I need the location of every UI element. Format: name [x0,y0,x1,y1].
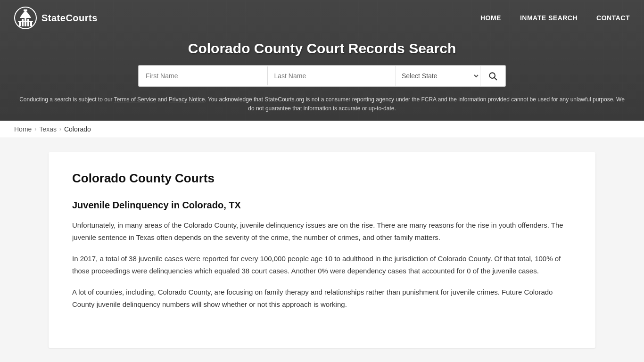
last-name-input[interactable] [268,66,396,85]
svg-rect-5 [30,22,32,26]
svg-rect-1 [19,22,21,26]
privacy-link[interactable]: Privacy Notice [169,96,205,103]
breadcrumb-sep-1: › [34,126,36,132]
state-select[interactable]: Select State Alabama Alaska Arizona Arka… [396,66,480,86]
search-icon [488,71,497,81]
svg-rect-7 [24,9,27,11]
nav-inmate-search[interactable]: INMATE SEARCH [520,14,578,22]
page-title-area: Colorado County Court Records Search [0,36,644,65]
breadcrumb-state[interactable]: Texas [39,125,57,133]
page-title: Colorado County Court Records Search [9,41,635,57]
section-title: Colorado County Courts [72,171,572,186]
nav-home[interactable]: HOME [480,14,501,22]
search-form: Select State Alabama Alaska Arizona Arka… [138,65,506,87]
content-para-3: A lot of counties, including, Colorado C… [72,286,572,310]
breadcrumb-current: Colorado [64,125,91,133]
logo-link[interactable]: StateCourts [14,7,98,29]
subsection-title: Juvenile Delinquency in Colorado, TX [72,200,572,211]
nav-links: HOME INMATE SEARCH CONTACT [480,14,630,22]
search-button[interactable] [480,66,505,85]
search-bar-area: Select State Alabama Alaska Arizona Arka… [0,65,644,91]
breadcrumb-home[interactable]: Home [14,125,32,133]
main-content-card: Colorado County Courts Juvenile Delinque… [49,152,595,348]
logo-text: StateCourts [41,13,98,24]
terms-link[interactable]: Terms of Service [114,96,156,103]
logo-icon [14,7,37,29]
svg-line-9 [495,78,497,80]
content-para-1: Unfortunately, in many areas of the Colo… [72,219,572,243]
breadcrumb-sep-2: › [59,126,61,132]
disclaimer: Conducting a search is subject to our Te… [0,91,644,121]
breadcrumb: Home › Texas › Colorado [14,125,630,133]
svg-rect-6 [18,21,33,22]
site-header: StateCourts HOME INMATE SEARCH CONTACT C… [0,0,644,121]
svg-rect-4 [27,19,29,26]
nav-contact[interactable]: CONTACT [596,14,630,22]
svg-rect-2 [22,19,24,26]
nav-bar: StateCourts HOME INMATE SEARCH CONTACT [0,0,644,36]
main-content-area: Colorado County Courts Juvenile Delinque… [0,152,644,348]
first-name-input[interactable] [139,66,268,85]
breadcrumb-bar: Home › Texas › Colorado [0,121,644,138]
content-para-2: In 2017, a total of 38 juvenile cases we… [72,253,572,277]
